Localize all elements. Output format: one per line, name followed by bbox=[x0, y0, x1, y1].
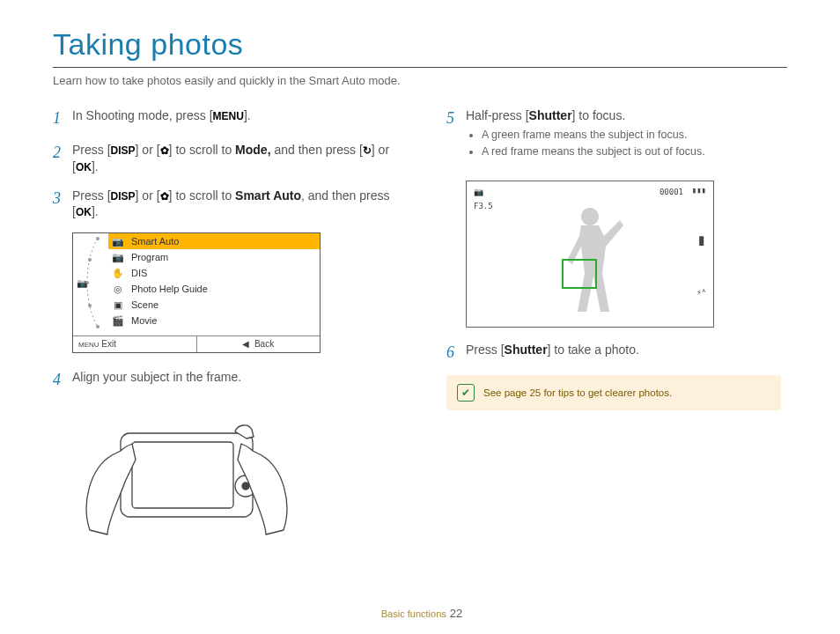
svg-point-3 bbox=[88, 304, 92, 307]
disp-button-label: DISP bbox=[111, 189, 136, 203]
frame-counter: 00001 bbox=[659, 187, 683, 197]
tip-box: ✔ See page 25 for tips to get clearer ph… bbox=[446, 375, 781, 410]
focus-frame bbox=[562, 259, 597, 289]
macro-icon: ✿ bbox=[160, 144, 169, 158]
svg-point-4 bbox=[96, 325, 99, 328]
bullet-green: A green frame means the subject in focus… bbox=[482, 128, 787, 143]
mode-icon: 📷 bbox=[474, 187, 483, 197]
af-icon: ▐▌ bbox=[696, 236, 706, 247]
svg-point-10 bbox=[242, 483, 249, 490]
menu-item-scene: ▣Scene bbox=[108, 297, 320, 313]
lcd-preview: 📷 F3.5 00001 ▮▮▮ ▐▌ ⚡ᴬ bbox=[466, 181, 714, 328]
menu-item-program: 📷Program bbox=[108, 249, 320, 265]
bullet-red: A red frame means the subject is out of … bbox=[482, 144, 787, 159]
camera-illustration bbox=[72, 402, 301, 552]
menu-button-label: MENU bbox=[213, 109, 244, 123]
right-column: 5 Half-press [Shutter] to focus. A green… bbox=[446, 107, 787, 552]
step-2: 2 Press [DISP] or [✿] to scroll to Mode,… bbox=[53, 142, 394, 175]
svg-rect-7 bbox=[132, 442, 233, 508]
timer-icon: ↻ bbox=[363, 144, 372, 158]
step-1: 1 In Shooting mode, press [MENU]. bbox=[53, 107, 394, 129]
ok-button-label: OK bbox=[76, 160, 92, 174]
macro-icon: ✿ bbox=[160, 189, 169, 203]
check-icon: ✔ bbox=[457, 384, 475, 402]
movie-icon: 🎬 bbox=[108, 314, 128, 327]
step-4: 4 Align your subject in the frame. bbox=[53, 369, 394, 390]
menu-item-help: ◎Photo Help Guide bbox=[108, 281, 320, 297]
menu-bottom-bar: MENU Exit ◀ Back bbox=[73, 335, 320, 352]
hand-icon: ✋ bbox=[108, 267, 128, 279]
step-3: 3 Press [DISP] or [✿] to scroll to Smart… bbox=[53, 188, 394, 221]
camera-icon: 📷 bbox=[108, 235, 128, 247]
intro-text: Learn how to take photos easily and quic… bbox=[53, 73, 787, 89]
menu-item-dis: ✋DIS bbox=[108, 265, 320, 281]
camera-icon: 📷 bbox=[108, 251, 128, 263]
page-footer: Basic functions22 bbox=[0, 606, 840, 622]
disp-button-label: DISP bbox=[111, 144, 136, 158]
svg-point-0 bbox=[96, 237, 99, 240]
ok-button-label: OK bbox=[76, 205, 92, 219]
svg-text:📷: 📷 bbox=[77, 277, 88, 289]
mode-menu: 📷 📷Smart Auto 📷Program ✋DIS ◎Photo Help … bbox=[72, 232, 321, 353]
menu-item-smart-auto: 📷Smart Auto bbox=[108, 233, 320, 249]
step-5: 5 Half-press [Shutter] to focus. A green… bbox=[446, 107, 787, 168]
menu-rail-icon: 📷 bbox=[73, 233, 108, 332]
step-6: 6 Press [Shutter] to take a photo. bbox=[446, 342, 787, 363]
battery-icon: ▮▮▮ bbox=[692, 185, 706, 195]
aperture-readout: F3.5 bbox=[474, 201, 493, 211]
tip-text: See page 25 for tips to get clearer phot… bbox=[483, 387, 672, 401]
menu-item-movie: 🎬Movie bbox=[108, 313, 320, 328]
guide-icon: ◎ bbox=[108, 283, 128, 295]
svg-point-1 bbox=[88, 258, 92, 262]
flash-icon: ⚡ᴬ bbox=[696, 287, 706, 298]
left-column: 1 In Shooting mode, press [MENU]. 2 Pres… bbox=[53, 107, 394, 552]
page-title: Taking photos bbox=[53, 25, 787, 68]
scene-icon: ▣ bbox=[108, 299, 128, 311]
